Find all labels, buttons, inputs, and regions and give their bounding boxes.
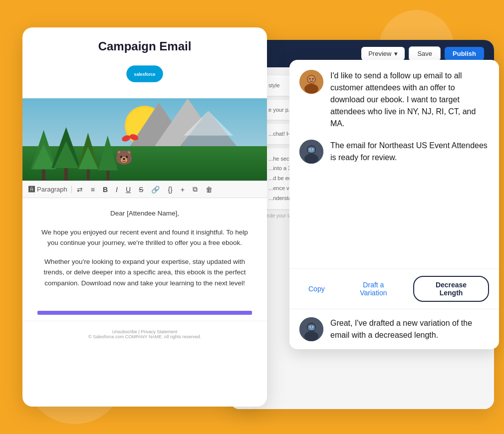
svg-rect-9 [64, 168, 68, 181]
svg-rect-15 [107, 171, 110, 181]
paragraph-icon: 🅰 [28, 186, 35, 193]
footer-unsubscribe: Unsubscribe | Privacy Statement [30, 329, 259, 334]
human-avatar [299, 70, 323, 94]
svg-point-24 [312, 78, 314, 80]
move-icon[interactable]: ⇄ [75, 185, 85, 195]
svg-rect-39 [312, 326, 313, 328]
svg-rect-12 [87, 170, 90, 181]
ai-message-1-text: The email for Northeast US Event Attende… [330, 140, 489, 164]
save-label: Save [417, 50, 432, 57]
email-greeting: Dear [Attendee Name], [37, 208, 252, 219]
svg-point-23 [309, 78, 311, 80]
preview-chevron-icon: ▾ [394, 50, 398, 57]
svg-point-17 [121, 134, 131, 143]
svg-rect-29 [308, 148, 314, 152]
svg-rect-30 [309, 149, 311, 150]
save-button[interactable]: Save [409, 46, 441, 61]
email-footer: Unsubscribe | Privacy Statement © Salesf… [22, 321, 267, 347]
ai-face-svg-1 [299, 140, 323, 164]
ai-avatar-1 [299, 140, 323, 164]
add-icon[interactable]: + [179, 185, 187, 195]
preview-label: Preview [368, 50, 391, 57]
link-icon[interactable]: 🔗 [149, 185, 162, 195]
chat-panel: I'd like to send a follow up email to al… [289, 60, 499, 349]
delete-icon[interactable]: 🗑 [204, 185, 215, 195]
copy-label: Copy [308, 285, 325, 293]
copy-button[interactable]: Copy [299, 281, 334, 297]
nature-illustration: 🐻 [22, 98, 267, 181]
chat-message-ai-1: The email for Northeast US Event Attende… [299, 140, 489, 164]
svg-point-21 [304, 84, 318, 94]
chat-message-ai-2-container: Great, I've drafted a new variation of t… [289, 309, 499, 349]
background: Campaign Email salesforce [0, 0, 504, 434]
email-paragraph1: We hope you enjoyed our recent event and… [37, 227, 252, 248]
copy-icon[interactable]: ⧉ [191, 184, 200, 195]
email-card-header: Campaign Email salesforce [22, 27, 267, 98]
email-footer-bar [37, 311, 252, 315]
ai-face-svg-2 [299, 317, 323, 341]
svg-point-35 [304, 331, 318, 341]
draft-variation-button[interactable]: Draft a Variation [340, 277, 407, 301]
preview-button[interactable]: Preview ▾ [361, 47, 405, 60]
human-face-svg [299, 70, 323, 94]
chat-content: I'd like to send a follow up email to al… [289, 60, 499, 268]
toolbar-icons[interactable]: ⇄ ≡ B I U S 🔗 {} + ⧉ 🗑 [75, 184, 215, 195]
footer-copyright: © Salesforce.com COMPANY NAME. All right… [30, 334, 259, 339]
email-title: Campaign Email [32, 39, 257, 53]
svg-rect-37 [308, 325, 314, 330]
align-icon[interactable]: ≡ [89, 185, 97, 195]
strikethrough-icon[interactable]: S [137, 185, 145, 195]
svg-text:salesforce: salesforce [134, 72, 156, 77]
svg-marker-16 [98, 136, 118, 171]
svg-rect-6 [42, 170, 45, 181]
decrease-length-label: Decrease Length [436, 281, 467, 297]
email-paragraph2: Whether you're looking to expand your ex… [37, 256, 252, 289]
svg-rect-38 [309, 326, 311, 328]
toolbar-paragraph: 🅰 Paragraph [28, 186, 72, 193]
svg-rect-31 [312, 149, 313, 150]
bold-icon[interactable]: B [101, 185, 110, 195]
chat-actions: Copy Draft a Variation Decrease Length [289, 268, 499, 309]
italic-icon[interactable]: I [114, 185, 120, 195]
salesforce-logo: salesforce [32, 61, 257, 86]
email-card: Campaign Email salesforce [22, 27, 267, 407]
publish-button[interactable]: Publish [445, 47, 484, 60]
decrease-length-button[interactable]: Decrease Length [413, 276, 489, 302]
email-content: Dear [Attendee Name], We hope you enjoye… [22, 198, 267, 307]
ai-message-2-text: Great, I've drafted a new variation of t… [330, 317, 489, 341]
paragraph-label: Paragraph [37, 186, 67, 193]
svg-rect-32 [310, 151, 313, 152]
salesforce-cloud-svg: salesforce [125, 61, 165, 86]
code-icon[interactable]: {} [166, 185, 174, 195]
email-toolbar: 🅰 Paragraph ⇄ ≡ B I U S 🔗 {} + ⧉ 🗑 [22, 181, 267, 198]
svg-point-27 [304, 154, 318, 164]
trees-svg [22, 119, 157, 181]
underline-icon[interactable]: U [124, 185, 133, 195]
svg-rect-40 [310, 328, 313, 329]
nature-bear: 🐻 [115, 149, 133, 166]
human-message-text: I'd like to send a follow up email to al… [330, 70, 489, 130]
draft-variation-label: Draft a Variation [360, 281, 387, 297]
chat-message-human: I'd like to send a follow up email to al… [299, 70, 489, 130]
chat-message-ai-2: Great, I've drafted a new variation of t… [299, 317, 489, 341]
ai-avatar-2 [299, 317, 323, 341]
svg-point-18 [129, 133, 139, 142]
publish-label: Publish [453, 50, 476, 57]
